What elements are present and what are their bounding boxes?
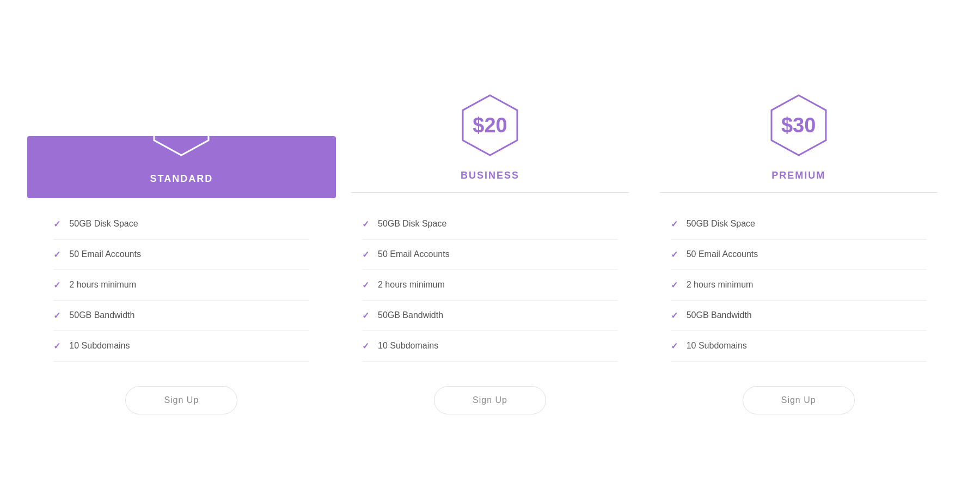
feature-item: ✓ 50 Email Accounts [362, 240, 618, 270]
plan-divider [351, 192, 629, 193]
check-icon: ✓ [671, 310, 678, 321]
check-icon: ✓ [671, 280, 678, 290]
feature-text: 10 Subdomains [687, 341, 747, 351]
feature-text: 10 Subdomains [378, 341, 438, 351]
feature-item: ✓ 50 Email Accounts [671, 240, 927, 270]
feature-item: ✓ 10 Subdomains [53, 331, 309, 362]
feature-text: 50GB Disk Space [378, 219, 446, 229]
check-icon: ✓ [671, 249, 678, 260]
feature-item: ✓ 50GB Disk Space [362, 209, 618, 240]
feature-text: 50 Email Accounts [687, 249, 758, 259]
plan-name: BUSINESS [461, 170, 519, 181]
feature-item: ✓ 10 Subdomains [671, 331, 927, 362]
check-icon: ✓ [362, 219, 369, 229]
plan-name: STANDARD [150, 173, 213, 185]
check-icon: ✓ [53, 219, 60, 229]
feature-item: ✓ 50GB Bandwidth [362, 301, 618, 331]
plan-card-premium: $30 PREMIUM ✓ 50GB Disk Space ✓ 50 Email… [644, 76, 953, 414]
price-label: $10 [164, 113, 199, 137]
plan-card-business: $20 BUSINESS ✓ 50GB Disk Space ✓ 50 Emai… [336, 76, 645, 414]
feature-item: ✓ 2 hours minimum [671, 270, 927, 301]
feature-item: ✓ 50GB Bandwidth [671, 301, 927, 331]
price-label: $30 [781, 113, 816, 137]
signup-button-premium[interactable]: Sign Up [743, 386, 855, 414]
plan-name: PREMIUM [771, 170, 825, 181]
plan-card-standard: $10 STANDARD ✓ 50GB Disk Space ✓ 50 Emai… [27, 76, 336, 414]
check-icon: ✓ [362, 249, 369, 260]
features-list: ✓ 50GB Disk Space ✓ 50 Email Accounts ✓ … [42, 204, 320, 367]
check-icon: ✓ [671, 219, 678, 229]
signup-button-business[interactable]: Sign Up [434, 386, 546, 414]
check-icon: ✓ [53, 341, 60, 351]
feature-text: 50GB Disk Space [69, 219, 138, 229]
price-hexagon-wrapper: $10 [146, 87, 217, 163]
feature-item: ✓ 50GB Bandwidth [53, 301, 309, 331]
check-icon: ✓ [53, 280, 60, 290]
feature-text: 2 hours minimum [687, 280, 754, 290]
pricing-container: $10 STANDARD ✓ 50GB Disk Space ✓ 50 Emai… [27, 54, 953, 447]
plan-header: $30 PREMIUM [644, 87, 953, 198]
feature-item: ✓ 50GB Disk Space [671, 209, 927, 240]
price-label: $20 [473, 113, 507, 137]
feature-text: 50GB Bandwidth [69, 310, 134, 320]
feature-text: 10 Subdomains [69, 341, 130, 351]
feature-item: ✓ 10 Subdomains [362, 331, 618, 362]
signup-button-standard[interactable]: Sign Up [125, 386, 237, 414]
plan-divider [660, 192, 938, 193]
active-plan-header: $10 STANDARD [27, 87, 336, 198]
price-hexagon-wrapper: $30 [763, 87, 834, 163]
check-icon: ✓ [53, 249, 60, 260]
feature-text: 2 hours minimum [378, 280, 445, 290]
feature-item: ✓ 50GB Disk Space [53, 209, 309, 240]
feature-text: 50 Email Accounts [378, 249, 450, 259]
check-icon: ✓ [671, 341, 678, 351]
check-icon: ✓ [53, 310, 60, 321]
feature-item: ✓ 2 hours minimum [362, 270, 618, 301]
feature-text: 50GB Bandwidth [378, 310, 443, 320]
price-hexagon-wrapper: $20 [455, 87, 525, 163]
check-icon: ✓ [362, 280, 369, 290]
feature-text: 50 Email Accounts [69, 249, 141, 259]
feature-item: ✓ 50 Email Accounts [53, 240, 309, 270]
check-icon: ✓ [362, 341, 369, 351]
feature-text: 50GB Disk Space [687, 219, 755, 229]
features-list: ✓ 50GB Disk Space ✓ 50 Email Accounts ✓ … [660, 204, 938, 367]
plan-header: $20 BUSINESS [336, 87, 645, 198]
features-list: ✓ 50GB Disk Space ✓ 50 Email Accounts ✓ … [351, 204, 629, 367]
feature-text: 50GB Bandwidth [687, 310, 752, 320]
feature-item: ✓ 2 hours minimum [53, 270, 309, 301]
feature-text: 2 hours minimum [69, 280, 136, 290]
check-icon: ✓ [362, 310, 369, 321]
